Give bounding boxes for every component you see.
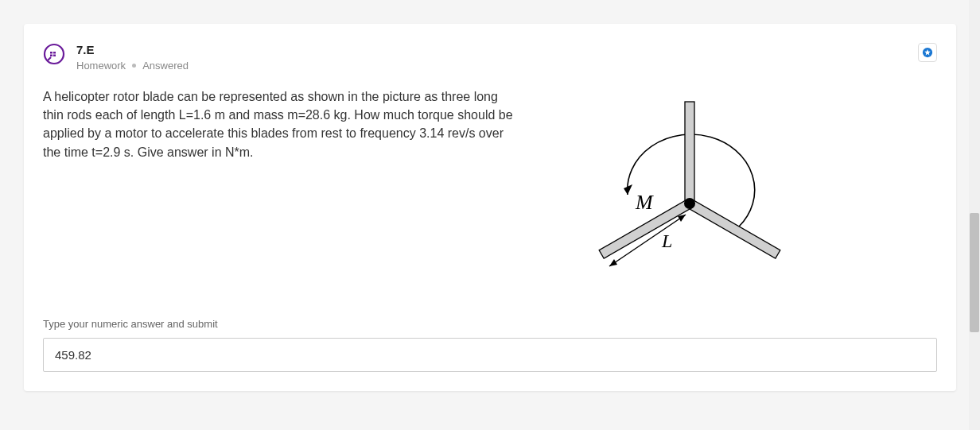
question-status: Answered — [142, 60, 189, 72]
svg-rect-8 — [687, 200, 780, 258]
rotor-diagram: M L — [552, 87, 791, 294]
svg-marker-12 — [609, 259, 617, 266]
svg-point-0 — [45, 45, 64, 64]
content-row: A helicopter rotor blade can be represen… — [43, 87, 937, 294]
bookmark-button[interactable] — [918, 43, 937, 62]
svg-point-10 — [684, 198, 695, 209]
diagram-length-label: L — [662, 230, 672, 252]
scrollbar-track[interactable] — [969, 0, 980, 430]
card-header: 7.E Homework Answered — [43, 43, 937, 72]
question-number: 7.E — [76, 43, 918, 56]
svg-rect-1 — [50, 52, 52, 54]
header-text: 7.E Homework Answered — [76, 43, 918, 72]
question-body: A helicopter rotor blade can be represen… — [43, 87, 520, 294]
page-container: 7.E Homework Answered A helicopter rotor… — [0, 24, 980, 430]
chat-bubble-icon — [43, 43, 65, 65]
svg-rect-3 — [50, 55, 52, 57]
answer-input[interactable] — [43, 338, 937, 372]
answer-input-label: Type your numeric answer and submit — [43, 318, 937, 330]
svg-rect-7 — [685, 102, 694, 203]
question-category: Homework — [76, 60, 126, 72]
scrollbar-thumb[interactable] — [970, 213, 979, 332]
star-icon — [922, 47, 933, 58]
svg-rect-4 — [53, 55, 56, 57]
status-line: Homework Answered — [76, 60, 918, 72]
status-dot-icon — [132, 64, 136, 68]
diagram-mass-label: M — [636, 191, 653, 215]
question-card: 7.E Homework Answered A helicopter rotor… — [24, 24, 956, 391]
svg-rect-2 — [53, 52, 56, 54]
